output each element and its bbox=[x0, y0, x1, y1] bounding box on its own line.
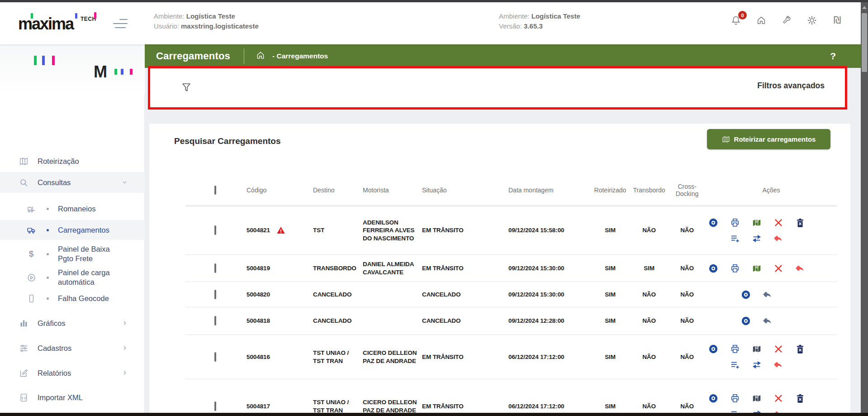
sidebar-item-cadastros[interactable]: Cadastros bbox=[0, 341, 145, 355]
file-code-icon bbox=[18, 392, 29, 403]
view-eye-icon[interactable] bbox=[741, 290, 751, 300]
row-checkbox[interactable] bbox=[214, 225, 216, 235]
revert-all-icon[interactable] bbox=[773, 234, 783, 244]
menu-toggle-icon[interactable] bbox=[113, 19, 128, 30]
filter-funnel-icon[interactable] bbox=[181, 82, 193, 94]
sidebar-item-graficos[interactable]: Gráficos bbox=[0, 316, 145, 330]
dollar-icon: $ bbox=[26, 249, 37, 259]
notifications-bell-icon[interactable]: 0 bbox=[730, 15, 741, 26]
print-icon[interactable] bbox=[730, 263, 740, 273]
row-actions bbox=[706, 218, 837, 244]
logo-bar-pink bbox=[52, 56, 55, 65]
top-window-strip bbox=[0, 0, 868, 2]
view-eye-icon[interactable] bbox=[708, 218, 718, 228]
add-list-icon[interactable] bbox=[730, 360, 740, 370]
cancel-x-icon[interactable] bbox=[773, 218, 783, 228]
breadcrumb: - Carregamentos bbox=[272, 52, 328, 60]
sidebar-item-falha-geocode[interactable]: Falha Geocode bbox=[0, 292, 145, 305]
bottom-window-strip bbox=[0, 413, 868, 416]
col-transbordo: Transbordo bbox=[630, 186, 669, 194]
logo-m-letter: M bbox=[94, 64, 107, 80]
scroll-up-arrow[interactable] bbox=[862, 6, 867, 9]
usuario-value: maxstring.logisticateste bbox=[181, 22, 259, 30]
view-eye-icon[interactable] bbox=[708, 393, 718, 403]
sidebar-item-importar-xml[interactable]: Importar XML bbox=[0, 390, 145, 405]
delete-trash-icon[interactable] bbox=[795, 393, 805, 403]
sidebar-item-painel-baixa-pgto-frete[interactable]: $ Painel de Baixa Pgto Frete bbox=[0, 244, 145, 264]
table-header-row: Código Destino Motorista Situação Data m… bbox=[185, 174, 837, 206]
sidebar-item-roteirizacao[interactable]: Roteirização bbox=[0, 153, 145, 169]
revert-all-icon[interactable] bbox=[795, 263, 805, 273]
route-map-icon[interactable] bbox=[752, 263, 762, 273]
page-title: Carregamentos bbox=[156, 50, 230, 62]
sidebar-item-romaneios[interactable]: Romaneios bbox=[0, 198, 145, 219]
brand-tick-blue bbox=[75, 13, 77, 19]
transfer-arrows-icon[interactable] bbox=[752, 234, 762, 244]
brand-wordmark: maxima bbox=[18, 14, 73, 33]
table-row: 5004819 TRANSBORDO DANIEL ALMEIDACAVALCA… bbox=[185, 254, 837, 282]
add-list-icon[interactable] bbox=[730, 234, 740, 244]
delete-trash-icon[interactable] bbox=[795, 218, 805, 228]
row-actions bbox=[706, 290, 837, 300]
tools-wrench-icon[interactable] bbox=[781, 15, 792, 26]
roteirizar-carregamentos-button[interactable]: Roteirizar carregamentos bbox=[707, 129, 830, 149]
row-actions bbox=[706, 393, 837, 413]
scrollbar-thumb[interactable] bbox=[862, 13, 867, 72]
revert-all-icon[interactable] bbox=[763, 290, 773, 300]
advanced-filters-link[interactable]: Filtros avançados bbox=[757, 81, 825, 91]
revert-all-icon[interactable] bbox=[763, 316, 773, 326]
bullet-dot bbox=[47, 277, 49, 279]
news-icon[interactable]: ₪ bbox=[832, 15, 843, 26]
sidebar-item-painel-carga-automatica[interactable]: Painel de carga automática bbox=[0, 267, 145, 288]
help-button[interactable]: ? bbox=[830, 51, 836, 62]
sidebar-item-carregamentos[interactable]: Carregamentos bbox=[0, 220, 145, 240]
view-eye-icon[interactable] bbox=[708, 263, 718, 273]
settings-gear-icon[interactable] bbox=[806, 15, 817, 26]
versao-value: 3.65.3 bbox=[524, 22, 543, 30]
cancel-x-icon[interactable] bbox=[773, 344, 783, 354]
row-actions bbox=[706, 344, 837, 370]
sidebar-item-relatorios[interactable]: Relatórios bbox=[0, 366, 145, 380]
row-checkbox[interactable] bbox=[214, 316, 216, 325]
warning-icon[interactable] bbox=[276, 226, 285, 235]
cancel-x-icon[interactable] bbox=[773, 263, 783, 273]
map-icon bbox=[722, 135, 730, 143]
notification-count-badge: 0 bbox=[738, 11, 747, 19]
col-acoes: Ações bbox=[706, 186, 837, 194]
row-checkbox[interactable] bbox=[214, 290, 216, 299]
route-map-icon[interactable] bbox=[752, 218, 762, 228]
brand-tick-pink bbox=[94, 12, 96, 19]
logo-m-tick-pink bbox=[130, 69, 133, 75]
view-eye-icon[interactable] bbox=[708, 344, 718, 354]
print-icon[interactable] bbox=[730, 344, 740, 354]
bar-chart-icon bbox=[18, 318, 29, 329]
sidebar-item-consultas[interactable]: Consultas bbox=[0, 172, 145, 193]
title-divider bbox=[244, 48, 244, 64]
logo-bar-green bbox=[34, 56, 37, 65]
print-icon[interactable] bbox=[730, 218, 740, 228]
bullet-dot bbox=[47, 229, 49, 231]
print-icon[interactable] bbox=[730, 393, 740, 403]
row-checkbox[interactable] bbox=[214, 263, 216, 273]
view-eye-icon[interactable] bbox=[741, 316, 751, 326]
ambiente-label-2: Ambiente: bbox=[499, 12, 530, 20]
revert-all-icon[interactable] bbox=[773, 360, 783, 370]
home-icon[interactable] bbox=[756, 15, 767, 26]
vertical-scrollbar[interactable] bbox=[861, 2, 868, 416]
route-map-icon[interactable] bbox=[752, 393, 762, 403]
row-checkbox[interactable] bbox=[214, 352, 216, 362]
breadcrumb-home-icon[interactable] bbox=[256, 51, 265, 62]
maximatech-logo: maxima TECH bbox=[18, 12, 109, 36]
phone-icon bbox=[26, 293, 37, 304]
col-cross-docking: Cross-Docking bbox=[669, 183, 706, 197]
bullet-dot bbox=[47, 253, 49, 255]
delete-trash-icon[interactable] bbox=[795, 344, 805, 354]
bullet-dot bbox=[47, 208, 49, 210]
cancel-x-icon[interactable] bbox=[773, 393, 783, 403]
row-checkbox[interactable] bbox=[214, 402, 216, 411]
select-all-checkbox[interactable] bbox=[214, 186, 216, 195]
route-map-icon[interactable] bbox=[752, 344, 762, 354]
table-row: 5004820 CANCELADO CANCELADO 09/12/2024 1… bbox=[185, 282, 837, 307]
logo-m-tick-green bbox=[114, 69, 117, 75]
transfer-arrows-icon[interactable] bbox=[752, 360, 762, 370]
